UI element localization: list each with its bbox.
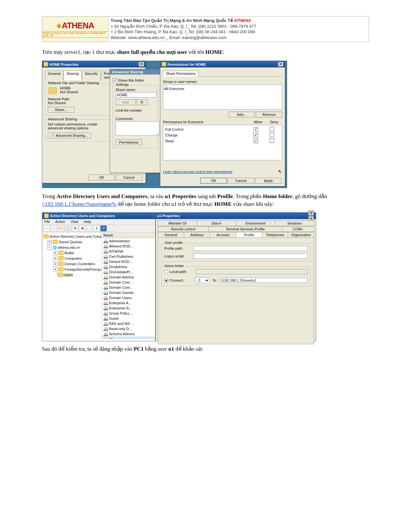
share-name-input[interactable] [115,92,157,97]
permissions-button[interactable]: Permissions [115,139,142,145]
cut-icon[interactable]: 📋 [65,225,71,232]
list-item[interactable]: Domain Users [102,295,155,300]
add-button[interactable]: Add... [228,112,255,117]
deny-checkbox[interactable] [270,133,274,137]
tab-account[interactable]: Account [210,232,236,238]
delete-icon[interactable]: ✖ [79,225,85,232]
expand-icon[interactable]: + [53,251,57,256]
refresh-icon[interactable]: 📄 [86,225,93,232]
list-item[interactable]: Guest [102,316,155,321]
list-item[interactable]: Group Policy ... [102,311,155,316]
tab-address[interactable]: Address [184,232,210,238]
list-item[interactable]: Administrator [102,238,155,244]
list-item[interactable]: DnsUpdatePr... [102,269,155,275]
tree-computers[interactable]: Computers [58,256,82,260]
advanced-sharing-button[interactable]: 🛡Advanced Sharing... [48,133,91,138]
tab-organization[interactable]: Organization [288,232,314,238]
add-share-button[interactable]: Add [115,99,135,105]
remove-share-button[interactable]: R [136,99,147,105]
tree-root[interactable]: Active Directory Users and Comput [44,235,101,238]
cancel-button[interactable]: Cancel [116,175,142,180]
apply-button[interactable]: Apply [255,178,282,184]
back-icon[interactable]: ⇐ [44,225,50,232]
remove-button[interactable]: Remove [256,112,282,117]
allow-checkbox[interactable] [254,127,258,132]
expand-icon[interactable]: + [53,268,57,272]
help-icon[interactable]: ? [308,211,314,216]
tab-environment[interactable]: Environment [236,220,275,226]
allow-checkbox[interactable] [254,133,258,137]
learn-link[interactable]: Learn about access control and permissio… [163,170,232,174]
unc-path-link[interactable]: \\192.168.1.1\home\%username% [42,201,116,207]
profile-path-input[interactable] [193,246,307,251]
tab-sessions[interactable]: Sessions [275,220,314,226]
tab-security[interactable]: Security [82,71,101,80]
menu-help[interactable]: Help [84,220,91,224]
tab-profile[interactable]: Profile [236,232,262,238]
tab-dial-in[interactable]: Dial-in [197,220,236,226]
up-icon[interactable]: 📁 [58,225,64,232]
connect-path-input[interactable] [220,278,307,283]
deny-checkbox[interactable] [270,127,274,131]
list-item[interactable]: Read-only D... [102,326,155,331]
tab-general[interactable]: General [158,232,184,238]
properties-icon[interactable]: ✎ [72,225,78,232]
comments-input[interactable] [115,121,159,136]
list-item[interactable]: Cert Publishers [102,254,155,259]
drive-letter-select[interactable]: Z: [195,277,210,283]
collapse-icon[interactable]: − [47,246,52,250]
tab-terminal-services[interactable]: Terminal Services Profile [208,226,282,232]
list-item[interactable]: Domain Com... [102,280,155,285]
export-icon[interactable]: ⬆ [93,225,100,232]
ok-button[interactable]: OK [88,175,115,180]
connect-radio[interactable] [164,278,168,283]
ok-button[interactable]: OK [200,178,227,184]
tab-com-plus[interactable]: COM+ [282,226,314,232]
forward-icon[interactable]: ⇒ [51,225,57,232]
share-button[interactable]: Share... [48,107,74,113]
list-item[interactable]: u1 [102,336,155,339]
list-item[interactable]: Domain Cont... [102,285,155,290]
list-header-name[interactable]: Name [102,233,155,238]
list-item[interactable]: Domain Admins [102,275,155,280]
tab-telephones[interactable]: Telephones [262,232,288,238]
tree-users[interactable]: Users [57,273,73,277]
close-icon[interactable]: × [278,62,284,67]
expand-icon[interactable]: + [53,257,57,261]
group-user-list[interactable]: Everyone [163,85,282,110]
tree-fsp[interactable]: ForeignSecurityPrincipals [58,267,101,271]
expand-icon[interactable]: + [47,240,52,245]
local-path-radio[interactable] [164,270,168,274]
menu-action[interactable]: Action [55,220,65,224]
help-icon[interactable]: ? [100,225,107,232]
menu-file[interactable]: File [44,220,50,224]
list-item[interactable]: DnsAdmins [102,264,155,269]
list-item[interactable]: Denied ROD... [102,259,155,264]
logon-script-input[interactable] [193,254,307,259]
tree-builtin[interactable]: Builtin [58,251,74,255]
allow-checkbox[interactable] [254,139,258,143]
list-item[interactable]: ATHENA [102,249,155,254]
expand-icon[interactable]: + [53,262,57,266]
tree-domain-controllers[interactable]: Domain Controllers [58,262,95,266]
deny-checkbox[interactable] [270,138,274,143]
list-item[interactable]: RAS and IAS ... [102,321,155,326]
tab-general[interactable]: General [45,71,63,80]
list-item[interactable]: Enterprise A... [102,300,155,306]
tree-panel[interactable]: Active Directory Users and Comput +Saved… [42,233,101,339]
tab-member-of[interactable]: Member Of [158,220,197,226]
menu-view[interactable]: View [71,220,78,224]
list-item[interactable]: Allowed ROD... [102,244,155,249]
list-item[interactable]: Domain Guests [102,290,155,295]
list-item[interactable]: Enterprise R... [102,306,155,311]
share-folder-checkbox[interactable] [113,78,117,83]
filter-icon[interactable]: ⋮ [107,225,114,232]
list-item-everyone[interactable]: Everyone [169,87,184,91]
list-item[interactable]: Schema Admins [102,331,155,336]
tab-remote-control[interactable]: Remote control [158,226,209,232]
tab-share-permissions[interactable]: Share Permissions [163,71,198,76]
close-icon[interactable]: × [138,62,144,67]
cancel-button[interactable]: Cancel [228,178,254,184]
tab-sharing[interactable]: Sharing [64,71,82,80]
tree-saved-queries[interactable]: Saved Queries [53,240,82,244]
